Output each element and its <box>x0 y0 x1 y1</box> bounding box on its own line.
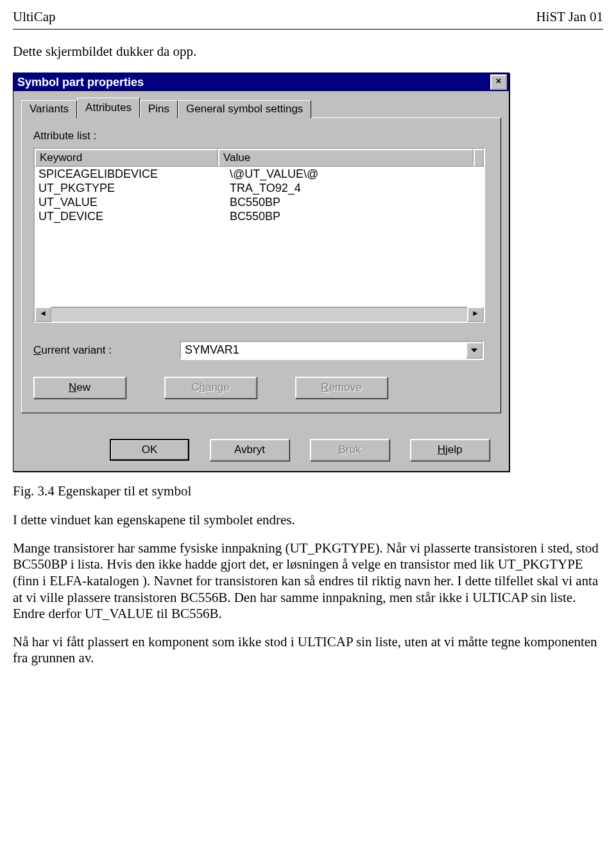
paragraph-3: Nå har vi fått plassert en komponent som… <box>13 634 603 667</box>
figure-caption: Fig. 3.4 Egenskaper til et symbol <box>13 483 603 499</box>
arrow-left-icon: ◄ <box>39 309 47 318</box>
cell-keyword: UT_DEVICE <box>35 209 226 223</box>
cell-value: TRA_TO92_4 <box>226 181 484 195</box>
current-variant-combo[interactable]: SYMVAR1 <box>180 341 484 360</box>
attribute-list-body[interactable]: SPICEAGELIBDEVICE \@UT_VALUE\@ UT_PKGTYP… <box>35 167 484 307</box>
cell-value: \@UT_VALUE\@ <box>226 167 484 181</box>
scroll-left-button[interactable]: ◄ <box>35 307 51 322</box>
column-header-value[interactable]: Value <box>218 149 474 167</box>
dialog-title: Symbol part properties <box>17 76 144 89</box>
scroll-right-button[interactable]: ► <box>467 307 484 322</box>
symbol-part-properties-dialog: Symbol part properties × Variants Attrib… <box>13 73 509 472</box>
dialog-titlebar[interactable]: Symbol part properties × <box>13 73 509 91</box>
change-button[interactable]: Change <box>164 377 257 399</box>
current-variant-value: SYMVAR1 <box>181 342 466 359</box>
column-header-keyword[interactable]: Keyword <box>35 149 218 167</box>
cell-keyword: UT_VALUE <box>35 195 226 209</box>
horizontal-scrollbar[interactable]: ◄ ► <box>35 307 484 322</box>
attribute-list[interactable]: Keyword Value SPICEAGELIBDEVICE \@UT_VAL… <box>33 148 485 323</box>
header-rule <box>13 29 603 30</box>
tab-variants[interactable]: Variants <box>21 100 77 118</box>
bruk-button[interactable]: Bruk <box>310 439 389 461</box>
ok-button[interactable]: OK <box>110 439 189 461</box>
table-row[interactable]: UT_PKGTYPE TRA_TO92_4 <box>35 181 484 195</box>
cell-keyword: UT_PKGTYPE <box>35 181 226 195</box>
hjelp-button[interactable]: Hjelp <box>410 439 490 461</box>
doc-header-left: UltiCap <box>13 9 56 25</box>
cell-value: BC550BP <box>226 209 484 223</box>
attribute-list-label: Attribute list : <box>33 130 489 142</box>
new-button[interactable]: New <box>33 377 126 399</box>
intro-paragraph: Dette skjermbildet dukker da opp. <box>13 44 603 60</box>
tab-attributes[interactable]: Attributes <box>77 98 140 118</box>
tab-pins[interactable]: Pins <box>140 100 178 118</box>
chevron-down-icon <box>471 348 477 352</box>
attribute-list-header: Keyword Value <box>35 149 484 167</box>
remove-button[interactable]: Remove <box>295 377 388 399</box>
cell-value: BC550BP <box>226 195 484 209</box>
table-row[interactable]: UT_DEVICE BC550BP <box>35 209 484 223</box>
tab-strip: Variants Attributes Pins General symbol … <box>21 98 501 118</box>
cell-keyword: SPICEAGELIBDEVICE <box>35 167 226 181</box>
paragraph-2: Mange transistorer har samme fysiske inn… <box>13 540 603 622</box>
close-button[interactable]: × <box>490 74 507 90</box>
tab-general[interactable]: General symbol settings <box>178 100 311 118</box>
avbryt-button[interactable]: Avbryt <box>210 439 289 461</box>
paragraph-1: I dette vinduet kan egenskapene til symb… <box>13 512 603 529</box>
combo-dropdown-button[interactable] <box>466 342 483 359</box>
table-row[interactable]: UT_VALUE BC550BP <box>35 195 484 209</box>
current-variant-label: Current variant : <box>33 344 180 357</box>
close-icon: × <box>496 75 502 86</box>
table-row[interactable]: SPICEAGELIBDEVICE \@UT_VALUE\@ <box>35 167 484 181</box>
tab-panel-attributes: Attribute list : Keyword Value SPICEAGEL… <box>21 117 501 413</box>
column-header-spacer <box>474 149 484 167</box>
doc-header-right: HiST Jan 01 <box>536 9 603 25</box>
arrow-right-icon: ► <box>472 309 479 318</box>
scroll-track[interactable] <box>51 308 467 321</box>
